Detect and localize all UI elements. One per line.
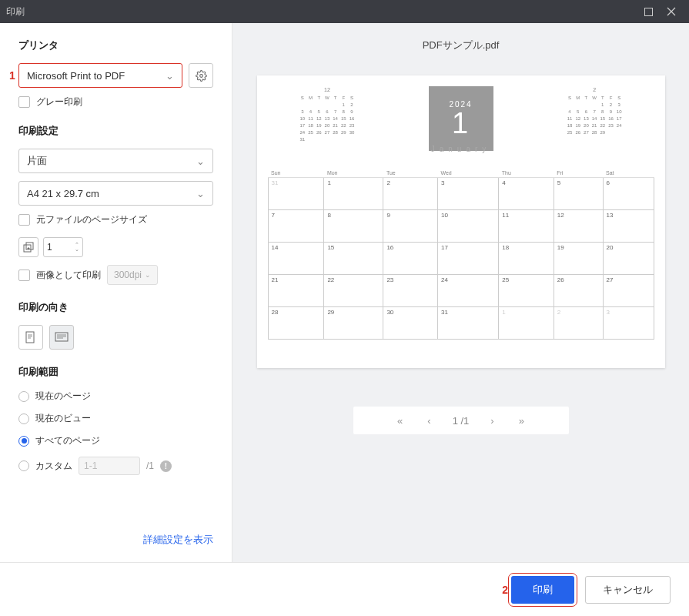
svg-rect-0 [644, 8, 652, 15]
big-month-block: 2024 1 [429, 86, 493, 151]
range-all-label: すべてのページ [35, 434, 100, 447]
range-all-radio[interactable] [18, 436, 29, 447]
window-title: 印刷 [6, 5, 637, 18]
print-settings-title: 印刷設定 [18, 124, 213, 138]
printer-settings-button[interactable] [189, 63, 213, 88]
range-current-view-radio[interactable] [18, 413, 29, 424]
original-size-label: 元ファイルのページサイズ [36, 213, 147, 226]
advanced-settings-link[interactable]: 詳細設定を表示 [143, 533, 213, 547]
cancel-button[interactable]: キャンセル [585, 576, 671, 604]
calendar-grid: SunMonTueWedThuFriSat3112345678910111213… [268, 169, 654, 340]
titlebar: 印刷 [0, 0, 689, 23]
range-custom-input[interactable]: 1-1 [79, 457, 140, 475]
grayscale-label: グレー印刷 [36, 95, 82, 109]
spinner-icon[interactable]: ⌃⌄ [75, 243, 79, 252]
document-filename: PDFサンプル.pdf [256, 38, 666, 52]
pager-next-button[interactable]: › [487, 412, 497, 430]
chevron-down-icon: ⌄ [145, 271, 151, 279]
range-current-page-label: 現在のページ [35, 390, 91, 403]
portrait-icon [25, 331, 36, 343]
preview-pane: PDFサンプル.pdf 12 SMTWTFS123456789101112131… [232, 23, 689, 562]
chevron-down-icon: ⌄ [196, 188, 205, 199]
pager-prev-button[interactable]: ‹ [424, 412, 433, 430]
pager-last-button[interactable]: » [516, 412, 527, 430]
range-title: 印刷範囲 [18, 365, 213, 379]
print-as-image-checkbox[interactable] [18, 270, 30, 281]
range-current-view-label: 現在のビュー [35, 412, 91, 425]
svg-rect-4 [55, 333, 68, 341]
printer-select[interactable]: Microsoft Print to PDF ⌄ [18, 63, 182, 88]
copies-icon [18, 237, 38, 257]
range-current-page-radio[interactable] [18, 391, 29, 402]
landscape-icon [55, 332, 69, 343]
month-name: January [429, 145, 493, 153]
close-icon[interactable] [660, 0, 683, 23]
preview-pager: « ‹ 1 /1 › » [353, 407, 569, 434]
annotation-marker-2: 2 [502, 584, 508, 596]
preview-page: 12 SMTWTFS123456789101112131415161718192… [257, 75, 665, 368]
range-custom-label: カスタム [35, 460, 72, 473]
orientation-title: 印刷の向き [18, 300, 213, 314]
annotation-marker-1: 1 [9, 69, 15, 82]
sidebar: プリンタ 1 Microsoft Print to PDF ⌄ グレー印刷 印刷… [0, 23, 232, 562]
duplex-select[interactable]: 片面 ⌄ [18, 149, 213, 173]
chevron-down-icon: ⌄ [166, 70, 174, 82]
copies-input[interactable]: 1 ⌃⌄ [43, 237, 83, 257]
range-custom-total: /1 [146, 460, 154, 471]
orientation-landscape-button[interactable] [49, 325, 74, 350]
mini-calendar-prev: 12 SMTWTFS123456789101112131415161718192… [299, 86, 356, 143]
pager-first-button[interactable]: « [394, 412, 406, 430]
footer: 2 印刷 キャンセル [0, 562, 689, 616]
maximize-icon[interactable] [637, 0, 660, 23]
range-custom-radio[interactable] [18, 460, 29, 471]
pager-display: 1 /1 [453, 415, 470, 427]
main-area: プリンタ 1 Microsoft Print to PDF ⌄ グレー印刷 印刷… [0, 23, 689, 562]
svg-rect-3 [26, 332, 34, 343]
gear-icon [196, 70, 207, 82]
paper-size-select[interactable]: A4 21 x 29.7 cm ⌄ [18, 181, 213, 206]
print-as-image-label: 画像として印刷 [36, 269, 101, 282]
original-size-checkbox[interactable] [18, 214, 30, 226]
mini-calendar-next: 2 SMTWTFS1234567891011121314151617181920… [566, 86, 624, 136]
grayscale-checkbox[interactable] [18, 96, 30, 108]
chevron-down-icon: ⌄ [196, 156, 205, 167]
orientation-portrait-button[interactable] [18, 325, 43, 350]
print-button[interactable]: 印刷 [511, 576, 574, 604]
info-icon[interactable]: ! [160, 460, 172, 472]
dpi-select: 300dpi ⌄ [107, 265, 158, 285]
printer-section-title: プリンタ [18, 38, 213, 52]
